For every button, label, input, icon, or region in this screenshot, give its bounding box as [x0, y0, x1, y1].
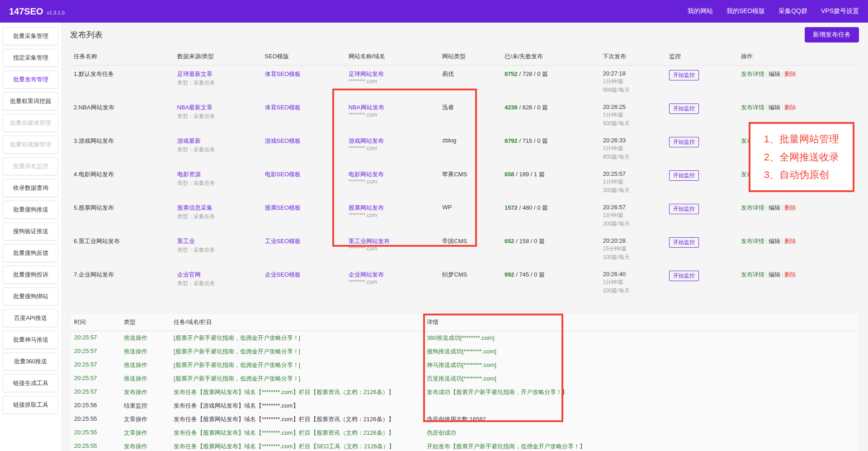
- sidebar-item-11[interactable]: 批量搜狗投诉: [3, 266, 58, 284]
- col-task-name: 任务名称: [70, 48, 174, 66]
- seo-link[interactable]: 体育SEO模板: [265, 104, 301, 111]
- cell-ops: 发布详情|编辑|删除: [737, 199, 859, 233]
- monitor-button[interactable]: 开始监控: [669, 70, 699, 80]
- cell-type: 苹果CMS: [439, 166, 501, 199]
- site-link[interactable]: 企业网站发布: [349, 271, 384, 278]
- monitor-button[interactable]: 开始监控: [669, 271, 699, 281]
- op-detail-link[interactable]: 发布详情: [741, 104, 764, 111]
- page-title: 发布列表: [70, 29, 103, 40]
- header-brand-block: 147SEO v1.3.1.0: [9, 6, 65, 17]
- op-edit-link[interactable]: 编辑: [769, 238, 780, 244]
- monitor-button[interactable]: 开始监控: [669, 103, 699, 114]
- op-delete-link[interactable]: 删除: [784, 70, 796, 77]
- site-link[interactable]: 股票网站发布: [349, 204, 384, 211]
- nav-my-sites[interactable]: 我的网站: [688, 7, 713, 15]
- op-delete-link[interactable]: 删除: [784, 238, 796, 244]
- cell-type: WP: [439, 199, 501, 233]
- op-detail-link[interactable]: 发布详情: [741, 271, 764, 278]
- seo-link[interactable]: 工业SEO模板: [265, 238, 301, 244]
- col-ops: 操作: [737, 48, 859, 66]
- source-link[interactable]: 重工业: [177, 238, 195, 244]
- monitor-button[interactable]: 开始监控: [669, 137, 699, 147]
- table-row: 1.默认发布任务 足球最新文章类型：采集任务 体育SEO模板 足球网站发布***…: [70, 66, 859, 99]
- add-publish-task-button[interactable]: 新增发布任务: [805, 27, 859, 42]
- log-task: 发布任务【游戏网站发布】域名【********.com】: [174, 402, 427, 410]
- sidebar-item-9[interactable]: 搜狗验证推送: [3, 222, 58, 240]
- seo-link[interactable]: 企业SEO模板: [265, 271, 301, 278]
- nav-seo-templates[interactable]: 我的SEO模版: [726, 7, 765, 15]
- sidebar-item-0[interactable]: 批量采集管理: [3, 27, 58, 45]
- col-type: 网站类型: [439, 48, 501, 66]
- site-link[interactable]: NBA网站发布: [349, 104, 384, 111]
- source-link[interactable]: 企业官网: [177, 271, 201, 278]
- op-edit-link[interactable]: 编辑: [769, 70, 780, 77]
- sidebar-item-3[interactable]: 批量权重词挖掘: [3, 92, 58, 110]
- source-link[interactable]: 游戏最新: [177, 137, 201, 144]
- op-delete-link[interactable]: 删除: [784, 104, 796, 111]
- annotation-line-2: 2、全网推送收录: [764, 148, 839, 166]
- cell-site: 重工业网站发布********.com: [345, 233, 439, 266]
- log-col-time: 时间: [74, 318, 124, 326]
- log-task: 发布任务【股票网站发布】域名【********.com】栏目【SEO工具（文档：…: [174, 442, 427, 451]
- sidebar-item-4[interactable]: 批量自媒体管理: [3, 114, 58, 132]
- cell-site: NBA网站发布********.com: [345, 99, 439, 132]
- col-publish-count: 已/未/失败发布: [501, 48, 599, 66]
- cell-count: 1572 / 480 / 0 篇: [501, 199, 599, 233]
- sidebar-item-17[interactable]: 链接抓取工具: [3, 396, 58, 414]
- sidebar-item-5[interactable]: 批量短视频管理: [3, 136, 58, 154]
- sidebar-item-13[interactable]: 百度API推送: [3, 309, 58, 327]
- nav-vps-settings[interactable]: VPS拨号设置: [821, 7, 859, 15]
- site-link[interactable]: 电影网站发布: [349, 171, 384, 178]
- cell-site: 足球网站发布********.com: [345, 66, 439, 99]
- sidebar-item-15[interactable]: 批量360推送: [3, 352, 58, 371]
- cell-name: 6.重工业网站发布: [70, 233, 174, 266]
- log-type: 推送操作: [124, 375, 174, 383]
- sidebar-item-6[interactable]: 批量排名监控: [3, 157, 58, 175]
- monitor-button[interactable]: 开始监控: [669, 237, 699, 248]
- monitor-button[interactable]: 开始监控: [669, 170, 699, 181]
- op-delete-link[interactable]: 删除: [784, 271, 796, 278]
- source-link[interactable]: NBA最新文章: [177, 104, 213, 111]
- sidebar-item-2[interactable]: 批量发布管理: [3, 70, 58, 89]
- sidebar-item-12[interactable]: 批量搜狗绑站: [3, 287, 58, 305]
- op-delete-link[interactable]: 删除: [784, 204, 796, 211]
- cell-seo: 企业SEO模板: [261, 266, 345, 300]
- nav-qq-group[interactable]: 采集QQ群: [778, 7, 807, 15]
- seo-link[interactable]: 游戏SEO模板: [265, 137, 301, 144]
- cell-count: 8792 / 715 / 0 篇: [501, 132, 599, 166]
- log-row: 20:25:57 推送操作 [股票开户新手避坑指南，低佣金开户攻略分享！] 神马…: [71, 358, 859, 372]
- cell-type: 迅睿: [439, 99, 501, 132]
- sidebar-item-14[interactable]: 批量神马推送: [3, 331, 58, 349]
- op-detail-link[interactable]: 发布详情: [741, 70, 764, 77]
- cell-name: 5.股票网站发布: [70, 199, 174, 233]
- cell-name: 4.电影网站发布: [70, 166, 174, 199]
- source-link[interactable]: 电影资源: [177, 171, 201, 178]
- log-row: 20:25:55 文章操作 发布任务【股票网站发布】域名【********.co…: [71, 426, 859, 440]
- sidebar-item-16[interactable]: 链接生成工具: [3, 374, 58, 392]
- monitor-button[interactable]: 开始监控: [669, 204, 699, 214]
- log-row: 20:25:56 结束监控 发布任务【游戏网站发布】域名【********.co…: [71, 399, 859, 413]
- sidebar-item-7[interactable]: 收录数据查询: [3, 179, 58, 197]
- site-link[interactable]: 游戏网站发布: [349, 137, 384, 144]
- log-task: 发布任务【股票网站发布】域名【********.com】栏目【股票资讯（文档：2…: [174, 388, 427, 396]
- site-link[interactable]: 重工业网站发布: [349, 238, 390, 244]
- seo-link[interactable]: 股票SEO模板: [265, 204, 301, 211]
- source-link[interactable]: 足球最新文章: [177, 70, 212, 77]
- seo-link[interactable]: 体育SEO模板: [265, 70, 301, 77]
- table-row: 4.电影网站发布 电影资源类型：采集任务 电影SEO模板 电影网站发布*****…: [70, 166, 859, 199]
- log-time: 20:25:57: [74, 348, 124, 356]
- sidebar-item-1[interactable]: 指定采集管理: [3, 49, 58, 67]
- sidebar-item-10[interactable]: 批量搜狗反馈: [3, 244, 58, 262]
- op-edit-link[interactable]: 编辑: [769, 271, 780, 278]
- op-detail-link[interactable]: 发布详情: [741, 204, 764, 211]
- op-detail-link[interactable]: 发布详情: [741, 238, 764, 244]
- sidebar-item-8[interactable]: 批量搜狗推送: [3, 201, 58, 219]
- seo-link[interactable]: 电影SEO模板: [265, 171, 301, 178]
- op-edit-link[interactable]: 编辑: [769, 104, 780, 111]
- op-edit-link[interactable]: 编辑: [769, 204, 780, 211]
- cell-monitor: 开始监控: [665, 266, 737, 300]
- log-detail: 伪原创成功: [427, 429, 855, 437]
- source-link[interactable]: 股票信息采集: [177, 204, 212, 211]
- log-detail: 开始发布【股票开户新手避坑指南，低佣金开户攻略分享！】: [427, 442, 855, 451]
- site-link[interactable]: 足球网站发布: [349, 70, 384, 77]
